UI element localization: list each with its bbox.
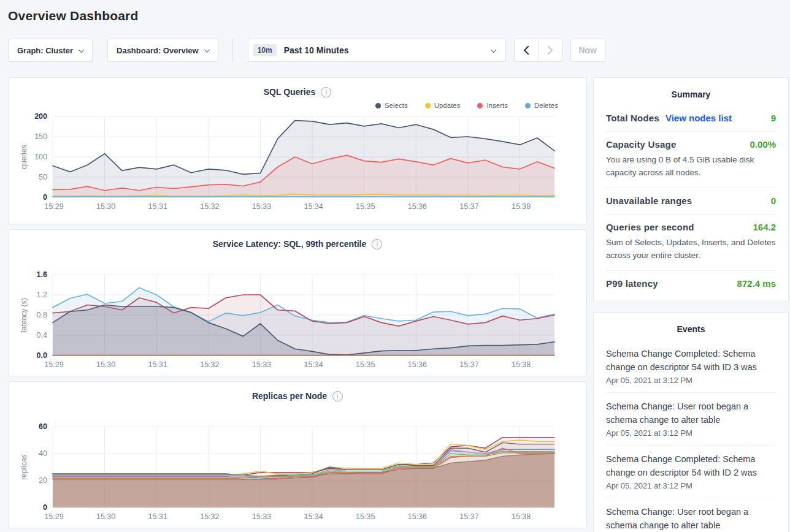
svg-text:15:35: 15:35 — [356, 512, 375, 521]
legend-label: Updates — [434, 102, 461, 109]
svg-text:150: 150 — [34, 132, 47, 141]
chart-title-row: SQL Queries i — [18, 86, 577, 98]
total-nodes-label: Total Nodes — [606, 113, 659, 123]
dashboard-dropdown-label: Dashboard: Overview — [117, 46, 199, 55]
svg-text:15:30: 15:30 — [96, 512, 115, 521]
legend-dot — [477, 103, 483, 108]
legend-label: Inserts — [486, 102, 508, 109]
total-nodes-value: 9 — [771, 113, 776, 123]
svg-text:15:33: 15:33 — [252, 202, 271, 211]
event-time: Apr 05, 2021 at 3:12 PM — [606, 428, 776, 438]
svg-text:60: 60 — [39, 422, 47, 431]
page-title: Overview Dashboard — [8, 9, 790, 23]
svg-text:0: 0 — [43, 503, 47, 512]
graph-dropdown[interactable]: Graph: Cluster — [8, 39, 93, 62]
svg-text:40: 40 — [39, 449, 47, 458]
chart-title: Replicas per Node — [252, 391, 327, 401]
svg-text:15:29: 15:29 — [44, 202, 63, 211]
graph-dropdown-label: Graph: Cluster — [17, 46, 73, 55]
svg-text:15:34: 15:34 — [304, 512, 323, 521]
unavailable-ranges-label: Unavailable ranges — [606, 196, 692, 206]
summary-row-p99: P99 latency 872.4 ms — [606, 270, 776, 297]
summary-row-capacity: Capacity Usage 0.00% You are using 0 B o… — [606, 131, 776, 188]
event-text: Schema Change Completed: Schema change o… — [606, 452, 776, 479]
time-range-label: Past 10 Minutes — [284, 45, 349, 55]
now-button[interactable]: Now — [570, 39, 605, 62]
next-time-button[interactable] — [539, 39, 562, 61]
svg-text:1.6: 1.6 — [37, 270, 47, 279]
svg-text:0.0: 0.0 — [37, 351, 47, 360]
svg-text:15:31: 15:31 — [148, 202, 167, 211]
svg-text:0.4: 0.4 — [37, 331, 47, 340]
legend-dot — [425, 103, 431, 108]
time-range-badge: 10m — [253, 44, 277, 56]
chevron-down-icon — [204, 47, 210, 53]
content-area: SQL Queries i Selects Updates Inserts — [8, 77, 790, 532]
svg-text:15:30: 15:30 — [96, 360, 115, 369]
summary-title: Summary — [606, 87, 776, 105]
svg-text:15:29: 15:29 — [44, 512, 63, 521]
p99-latency-value: 872.4 ms — [737, 278, 776, 289]
chart-title-row: Service Latency: SQL, 99th percentile i — [18, 238, 577, 250]
chevron-down-icon — [490, 47, 496, 53]
p99-latency-label: P99 latency — [606, 278, 658, 289]
toolbar-divider — [232, 39, 233, 62]
event-text: Schema Change Completed: Schema change o… — [606, 347, 776, 374]
svg-text:latency (s): latency (s) — [20, 298, 28, 332]
dashboard-dropdown[interactable]: Dashboard: Overview — [107, 39, 218, 62]
event-item: Schema Change Completed: Schema change o… — [606, 340, 776, 392]
svg-text:200: 200 — [34, 112, 47, 121]
replicas-per-node-plot[interactable]: 15:2915:3015:3115:3215:3315:3415:3515:36… — [18, 420, 577, 528]
svg-text:15:31: 15:31 — [148, 512, 167, 521]
capacity-label: Capacity Usage — [606, 139, 677, 150]
event-text: Schema Change: User root began a schema … — [606, 505, 776, 532]
svg-text:15:30: 15:30 — [96, 202, 115, 211]
charts-column: SQL Queries i Selects Updates Inserts — [8, 77, 587, 532]
svg-text:15:38: 15:38 — [512, 512, 531, 521]
qps-label: Queries per second — [606, 222, 694, 232]
svg-text:15:37: 15:37 — [459, 360, 478, 369]
event-item: Schema Change Completed: Schema change o… — [606, 445, 776, 498]
time-step-buttons — [514, 39, 563, 62]
view-nodes-list-link[interactable]: View nodes list — [665, 113, 732, 123]
svg-text:15:35: 15:35 — [356, 360, 375, 369]
svg-text:15:32: 15:32 — [200, 360, 219, 369]
sidebar: Summary Total Nodes View nodes list 9 Ca… — [593, 77, 789, 532]
replicas-per-node-chart-card: Replicas per Node i 15:2915:3015:3115:32… — [8, 381, 587, 528]
svg-text:15:37: 15:37 — [459, 512, 478, 521]
svg-text:0.8: 0.8 — [37, 311, 47, 319]
qps-note: Sum of Selects, Updates, Inserts, and De… — [606, 237, 776, 262]
capacity-value: 0.00% — [750, 139, 776, 150]
svg-text:queries: queries — [20, 145, 28, 169]
sql-queries-plot[interactable]: 15:2915:3015:3115:3215:3315:3415:3515:36… — [18, 110, 577, 218]
dashboard-toolbar: Graph: Cluster Dashboard: Overview 10m P… — [8, 39, 790, 62]
info-icon[interactable]: i — [321, 87, 331, 97]
svg-text:15:33: 15:33 — [252, 512, 271, 521]
events-panel: Events Schema Change Completed: Schema c… — [593, 312, 789, 532]
svg-text:100: 100 — [34, 153, 47, 161]
legend-dot — [375, 103, 381, 108]
info-icon[interactable]: i — [332, 391, 343, 401]
summary-row-total-nodes: Total Nodes View nodes list 9 — [606, 105, 776, 131]
svg-text:15:34: 15:34 — [304, 202, 323, 211]
service-latency-plot[interactable]: 15:2915:3015:3115:3215:3315:3415:3515:36… — [18, 268, 577, 376]
chart-title: SQL Queries — [264, 87, 316, 97]
svg-text:15:35: 15:35 — [356, 202, 375, 211]
svg-text:20: 20 — [39, 476, 47, 485]
unavailable-ranges-value: 0 — [771, 196, 776, 206]
summary-row-unavailable-ranges: Unavailable ranges 0 — [606, 188, 776, 214]
chevron-left-icon — [523, 45, 529, 55]
sql-queries-chart-card: SQL Queries i Selects Updates Inserts — [8, 77, 587, 224]
svg-text:15:37: 15:37 — [459, 202, 478, 211]
svg-text:15:34: 15:34 — [304, 360, 323, 369]
time-range-dropdown[interactable]: 10m Past 10 Minutes — [248, 39, 506, 62]
legend-item-updates: Updates — [425, 101, 461, 110]
info-icon[interactable]: i — [372, 239, 382, 249]
legend-label: Selects — [385, 102, 408, 109]
event-item: Schema Change: User root began a schema … — [606, 392, 776, 445]
svg-text:15:32: 15:32 — [200, 202, 219, 211]
event-item: Schema Change: User root began a schema … — [606, 498, 776, 532]
prev-time-button[interactable] — [515, 39, 539, 61]
svg-text:15:36: 15:36 — [408, 512, 427, 521]
svg-text:15:38: 15:38 — [512, 202, 531, 211]
